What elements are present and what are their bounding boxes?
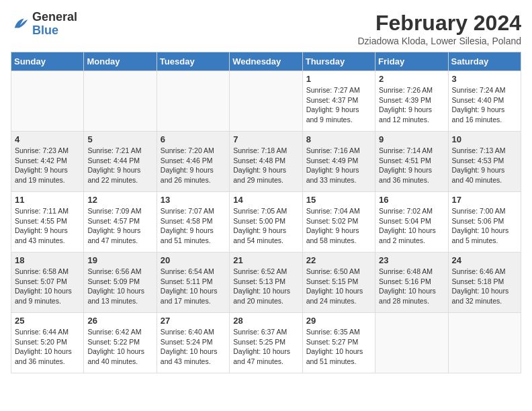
day-info: Sunrise: 7:13 AM Sunset: 4:53 PM Dayligh…	[452, 146, 517, 185]
day-number: 4	[15, 134, 80, 144]
day-info: Sunrise: 6:44 AM Sunset: 5:20 PM Dayligh…	[15, 327, 80, 367]
calendar-cell: 25Sunrise: 6:44 AM Sunset: 5:20 PM Dayli…	[11, 313, 84, 373]
logo: General Blue	[11, 11, 77, 38]
day-info: Sunrise: 6:50 AM Sunset: 5:15 PM Dayligh…	[306, 267, 371, 306]
title-area: February 2024 Dziadowa Kloda, Lower Sile…	[357, 11, 521, 46]
calendar-cell: 6Sunrise: 7:20 AM Sunset: 4:46 PM Daylig…	[157, 132, 229, 192]
weekday-header-sunday: Sunday	[11, 52, 84, 71]
day-number: 24	[452, 255, 517, 265]
day-number: 26	[87, 316, 152, 326]
day-number: 27	[161, 316, 226, 326]
day-number: 7	[233, 134, 298, 144]
logo-text: General Blue	[32, 11, 77, 38]
calendar-cell: 9Sunrise: 7:14 AM Sunset: 4:51 PM Daylig…	[375, 132, 448, 192]
day-info: Sunrise: 7:24 AM Sunset: 4:40 PM Dayligh…	[452, 85, 517, 125]
day-number: 6	[161, 134, 226, 144]
calendar-cell: 20Sunrise: 6:54 AM Sunset: 5:11 PM Dayli…	[157, 253, 229, 313]
calendar-cell: 14Sunrise: 7:05 AM Sunset: 5:00 PM Dayli…	[230, 192, 302, 253]
day-number: 10	[452, 134, 517, 144]
day-info: Sunrise: 7:00 AM Sunset: 5:06 PM Dayligh…	[452, 206, 517, 246]
month-year-title: February 2024	[357, 11, 521, 36]
weekday-header-saturday: Saturday	[448, 52, 521, 71]
calendar-cell: 12Sunrise: 7:09 AM Sunset: 4:57 PM Dayli…	[84, 192, 157, 253]
calendar-cell: 2Sunrise: 7:26 AM Sunset: 4:39 PM Daylig…	[375, 71, 448, 132]
day-info: Sunrise: 6:35 AM Sunset: 5:27 PM Dayligh…	[306, 327, 371, 367]
page-header: General Blue February 2024 Dziadowa Klod…	[11, 11, 521, 46]
day-number: 25	[15, 316, 80, 326]
day-info: Sunrise: 7:02 AM Sunset: 5:04 PM Dayligh…	[379, 206, 444, 246]
day-number: 12	[87, 195, 152, 205]
calendar-cell: 27Sunrise: 6:40 AM Sunset: 5:24 PM Dayli…	[157, 313, 229, 373]
day-info: Sunrise: 6:52 AM Sunset: 5:13 PM Dayligh…	[233, 267, 298, 306]
calendar-cell	[230, 71, 302, 132]
day-info: Sunrise: 7:20 AM Sunset: 4:46 PM Dayligh…	[161, 146, 226, 185]
day-info: Sunrise: 6:56 AM Sunset: 5:09 PM Dayligh…	[87, 267, 152, 306]
day-number: 17	[452, 195, 517, 205]
calendar-cell: 5Sunrise: 7:21 AM Sunset: 4:44 PM Daylig…	[84, 132, 157, 192]
calendar-cell: 3Sunrise: 7:24 AM Sunset: 4:40 PM Daylig…	[448, 71, 521, 132]
day-info: Sunrise: 6:54 AM Sunset: 5:11 PM Dayligh…	[161, 267, 226, 306]
weekday-header-wednesday: Wednesday	[230, 52, 302, 71]
calendar-cell: 7Sunrise: 7:18 AM Sunset: 4:48 PM Daylig…	[230, 132, 302, 192]
calendar-cell: 16Sunrise: 7:02 AM Sunset: 5:04 PM Dayli…	[375, 192, 448, 253]
calendar-cell: 17Sunrise: 7:00 AM Sunset: 5:06 PM Dayli…	[448, 192, 521, 253]
calendar-cell	[84, 71, 157, 132]
day-number: 18	[15, 255, 80, 265]
day-number: 15	[306, 195, 371, 205]
day-info: Sunrise: 7:21 AM Sunset: 4:44 PM Dayligh…	[87, 146, 152, 185]
day-number: 9	[379, 134, 444, 144]
calendar-cell	[157, 71, 229, 132]
day-info: Sunrise: 6:48 AM Sunset: 5:16 PM Dayligh…	[379, 267, 444, 306]
day-number: 11	[15, 195, 80, 205]
day-info: Sunrise: 7:09 AM Sunset: 4:57 PM Dayligh…	[87, 206, 152, 246]
day-number: 28	[233, 316, 298, 326]
day-info: Sunrise: 7:14 AM Sunset: 4:51 PM Dayligh…	[379, 146, 444, 185]
calendar-week-row: 25Sunrise: 6:44 AM Sunset: 5:20 PM Dayli…	[11, 313, 521, 373]
calendar-cell: 29Sunrise: 6:35 AM Sunset: 5:27 PM Dayli…	[302, 313, 375, 373]
day-info: Sunrise: 6:37 AM Sunset: 5:25 PM Dayligh…	[233, 327, 298, 367]
day-number: 3	[452, 74, 517, 84]
day-number: 19	[87, 255, 152, 265]
calendar-cell: 26Sunrise: 6:42 AM Sunset: 5:22 PM Dayli…	[84, 313, 157, 373]
calendar-cell: 18Sunrise: 6:58 AM Sunset: 5:07 PM Dayli…	[11, 253, 84, 313]
calendar-cell: 23Sunrise: 6:48 AM Sunset: 5:16 PM Dayli…	[375, 253, 448, 313]
calendar-cell: 4Sunrise: 7:23 AM Sunset: 4:42 PM Daylig…	[11, 132, 84, 192]
weekday-header-friday: Friday	[375, 52, 448, 71]
calendar-cell: 8Sunrise: 7:16 AM Sunset: 4:49 PM Daylig…	[302, 132, 375, 192]
day-number: 14	[233, 195, 298, 205]
day-info: Sunrise: 7:04 AM Sunset: 5:02 PM Dayligh…	[306, 206, 371, 246]
weekday-header-tuesday: Tuesday	[157, 52, 229, 71]
calendar-week-row: 11Sunrise: 7:11 AM Sunset: 4:55 PM Dayli…	[11, 192, 521, 253]
day-info: Sunrise: 7:16 AM Sunset: 4:49 PM Dayligh…	[306, 146, 371, 185]
calendar-cell	[375, 313, 448, 373]
day-info: Sunrise: 7:11 AM Sunset: 4:55 PM Dayligh…	[15, 206, 80, 246]
calendar-cell: 22Sunrise: 6:50 AM Sunset: 5:15 PM Dayli…	[302, 253, 375, 313]
day-info: Sunrise: 7:26 AM Sunset: 4:39 PM Dayligh…	[379, 85, 444, 125]
calendar-cell: 28Sunrise: 6:37 AM Sunset: 5:25 PM Dayli…	[230, 313, 302, 373]
logo-icon	[11, 15, 30, 34]
day-info: Sunrise: 7:05 AM Sunset: 5:00 PM Dayligh…	[233, 206, 298, 246]
day-info: Sunrise: 7:07 AM Sunset: 4:58 PM Dayligh…	[161, 206, 226, 246]
calendar-table: SundayMondayTuesdayWednesdayThursdayFrid…	[11, 52, 521, 373]
day-info: Sunrise: 6:40 AM Sunset: 5:24 PM Dayligh…	[161, 327, 226, 367]
day-number: 1	[306, 74, 371, 84]
calendar-cell	[448, 313, 521, 373]
day-number: 5	[87, 134, 152, 144]
calendar-cell: 15Sunrise: 7:04 AM Sunset: 5:02 PM Dayli…	[302, 192, 375, 253]
calendar-cell: 19Sunrise: 6:56 AM Sunset: 5:09 PM Dayli…	[84, 253, 157, 313]
weekday-header-monday: Monday	[84, 52, 157, 71]
day-info: Sunrise: 7:27 AM Sunset: 4:37 PM Dayligh…	[306, 85, 371, 125]
calendar-header-row: SundayMondayTuesdayWednesdayThursdayFrid…	[11, 52, 521, 71]
day-number: 21	[233, 255, 298, 265]
day-number: 16	[379, 195, 444, 205]
day-info: Sunrise: 6:42 AM Sunset: 5:22 PM Dayligh…	[87, 327, 152, 367]
calendar-cell: 1Sunrise: 7:27 AM Sunset: 4:37 PM Daylig…	[302, 71, 375, 132]
calendar-cell: 24Sunrise: 6:46 AM Sunset: 5:18 PM Dayli…	[448, 253, 521, 313]
calendar-cell: 21Sunrise: 6:52 AM Sunset: 5:13 PM Dayli…	[230, 253, 302, 313]
day-info: Sunrise: 7:23 AM Sunset: 4:42 PM Dayligh…	[15, 146, 80, 185]
day-number: 2	[379, 74, 444, 84]
day-number: 20	[161, 255, 226, 265]
day-info: Sunrise: 7:18 AM Sunset: 4:48 PM Dayligh…	[233, 146, 298, 185]
calendar-week-row: 18Sunrise: 6:58 AM Sunset: 5:07 PM Dayli…	[11, 253, 521, 313]
calendar-cell: 10Sunrise: 7:13 AM Sunset: 4:53 PM Dayli…	[448, 132, 521, 192]
